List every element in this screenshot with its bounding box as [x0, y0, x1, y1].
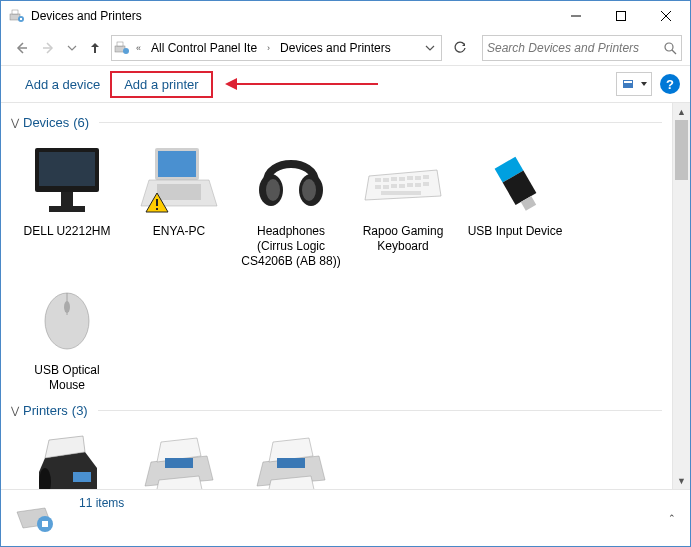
device-item[interactable]: USB Optical Mouse: [11, 273, 123, 397]
window-title: Devices and Printers: [31, 9, 142, 23]
help-button[interactable]: ?: [660, 74, 680, 94]
svg-rect-42: [391, 184, 397, 188]
svg-rect-43: [399, 184, 405, 188]
address-bar: « All Control Panel Ite › Devices and Pr…: [1, 31, 690, 65]
svg-rect-27: [156, 208, 158, 210]
devices-grid: DELL U2212HM ENYA-PC Headphones (Cirrus …: [11, 134, 662, 397]
item-label: Headphones (Cirrus Logic CS4206B (AB 88)…: [237, 224, 345, 269]
refresh-button[interactable]: [448, 36, 472, 60]
content-area: ⋁ Devices (6) DELL U2212HM EN: [1, 103, 690, 489]
svg-rect-1: [12, 10, 18, 14]
chevron-down-icon: ⋁: [11, 117, 19, 128]
devices-printers-icon: [114, 40, 130, 56]
add-printer-button[interactable]: Add a printer: [110, 71, 212, 98]
svg-rect-47: [381, 191, 421, 195]
maximize-button[interactable]: [598, 2, 643, 31]
breadcrumb-segment[interactable]: All Control Panel Ite: [147, 37, 261, 59]
device-item[interactable]: ENYA-PC: [123, 134, 235, 273]
search-icon: [663, 41, 677, 55]
expand-details-button[interactable]: ⌃: [668, 513, 676, 523]
search-input[interactable]: Search Devices and Printers: [482, 35, 682, 61]
scroll-down-button[interactable]: ▼: [673, 472, 690, 489]
item-label: USB Optical Mouse: [13, 363, 121, 393]
item-label: DELL U2212HM: [13, 224, 121, 239]
device-item[interactable]: Rapoo Gaming Keyboard: [347, 134, 459, 273]
devices-printers-icon: [9, 8, 25, 24]
annotation-arrow: [223, 74, 383, 94]
item-label: ENYA-PC: [125, 224, 233, 239]
svg-line-14: [672, 50, 676, 54]
svg-point-53: [64, 301, 70, 313]
svg-rect-41: [383, 185, 389, 189]
nav-recent-button[interactable]: [65, 36, 79, 60]
svg-rect-5: [616, 12, 625, 21]
svg-rect-3: [20, 18, 22, 20]
device-item[interactable]: DELL U2212HM: [11, 134, 123, 273]
printer-item[interactable]: Fax: [11, 422, 123, 489]
fax-icon: [25, 428, 109, 489]
details-pane: 11 items ⌃: [1, 489, 690, 546]
svg-point-13: [665, 43, 673, 51]
svg-rect-45: [415, 183, 421, 187]
scroll-thumb[interactable]: [675, 120, 688, 180]
svg-rect-34: [383, 178, 389, 182]
item-count: 11 items: [79, 496, 124, 510]
svg-rect-44: [407, 183, 413, 187]
mouse-icon: [25, 279, 109, 359]
group-header-printers[interactable]: ⋁ Printers (3): [11, 403, 662, 418]
svg-rect-40: [375, 185, 381, 189]
svg-point-12: [123, 48, 129, 54]
svg-rect-39: [423, 175, 429, 179]
laptop-icon: [137, 140, 221, 220]
svg-rect-20: [61, 192, 73, 206]
svg-rect-17: [624, 81, 632, 83]
titlebar: Devices and Printers: [1, 1, 690, 31]
warning-icon: [145, 192, 169, 214]
svg-rect-46: [423, 182, 429, 186]
details-pane-icon: [11, 498, 59, 538]
printer-icon: [137, 428, 221, 489]
item-pane[interactable]: ⋁ Devices (6) DELL U2212HM EN: [1, 103, 672, 489]
group-header-devices[interactable]: ⋁ Devices (6): [11, 115, 662, 130]
vertical-scrollbar[interactable]: ▲ ▼: [672, 103, 690, 489]
search-placeholder: Search Devices and Printers: [487, 41, 663, 55]
chevron-down-icon: ⋁: [11, 405, 19, 416]
nav-up-button[interactable]: [83, 36, 107, 60]
add-device-button[interactable]: Add a device: [15, 73, 110, 96]
headphones-icon: [249, 140, 333, 220]
device-item[interactable]: USB Input Device: [459, 134, 571, 273]
address-box[interactable]: « All Control Panel Ite › Devices and Pr…: [111, 35, 442, 61]
addr-dropdown-button[interactable]: [421, 37, 439, 59]
keyboard-icon: [361, 140, 445, 220]
svg-rect-37: [407, 176, 413, 180]
svg-rect-26: [156, 199, 158, 206]
printer-item[interactable]: Microsoft XPS Document Writer: [235, 422, 347, 489]
monitor-icon: [25, 140, 109, 220]
minimize-button[interactable]: [553, 2, 598, 31]
svg-rect-35: [391, 177, 397, 181]
svg-rect-19: [39, 152, 95, 186]
svg-rect-21: [49, 206, 85, 212]
group-title: Devices: [23, 115, 69, 130]
svg-rect-11: [117, 42, 123, 46]
usb-icon: [473, 140, 557, 220]
svg-rect-36: [399, 177, 405, 181]
printer-item[interactable]: Microsoft Print to PDF: [123, 422, 235, 489]
nav-back-button[interactable]: [9, 36, 33, 60]
chevron-right-icon[interactable]: ›: [263, 37, 274, 59]
close-button[interactable]: [643, 2, 688, 31]
svg-rect-68: [42, 521, 48, 527]
window-root: Devices and Printers « All Control Panel…: [0, 0, 691, 547]
view-options-button[interactable]: [616, 72, 652, 96]
scroll-up-button[interactable]: ▲: [673, 103, 690, 120]
nav-forward-button[interactable]: [37, 36, 61, 60]
svg-point-31: [302, 179, 316, 201]
breadcrumb-separator[interactable]: «: [132, 37, 145, 59]
device-item[interactable]: Headphones (Cirrus Logic CS4206B (AB 88)…: [235, 134, 347, 273]
group-title: Printers: [23, 403, 68, 418]
breadcrumb-segment[interactable]: Devices and Printers: [276, 37, 395, 59]
group-count: (3): [72, 403, 88, 418]
svg-point-30: [266, 179, 280, 201]
item-label: Rapoo Gaming Keyboard: [349, 224, 457, 254]
printer-icon: [249, 428, 333, 489]
